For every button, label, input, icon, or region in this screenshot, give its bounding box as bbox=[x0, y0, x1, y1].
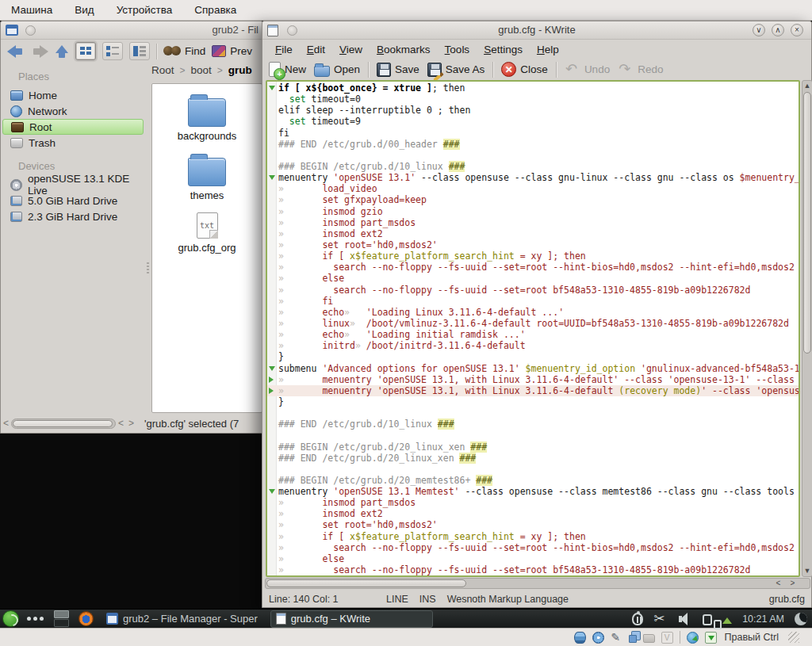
vbox-menu-item-Вид[interactable]: Вид bbox=[75, 4, 94, 16]
cd-icon[interactable] bbox=[592, 632, 604, 644]
syntax-language[interactable]: Wesnoth Markup Language bbox=[447, 594, 569, 605]
scroll-up-icon[interactable]: ▲ bbox=[802, 81, 812, 91]
hdd-icon[interactable] bbox=[574, 632, 586, 644]
details-view-button[interactable] bbox=[102, 42, 123, 60]
resize-grip[interactable] bbox=[788, 632, 799, 643]
horizontal-scrollbar[interactable]: < > bbox=[265, 578, 810, 589]
file-item-themes[interactable]: themes bbox=[188, 153, 226, 201]
scroll-down-icon[interactable]: ▼ bbox=[802, 566, 812, 576]
sidebar-item-network[interactable]: Network bbox=[2, 103, 144, 119]
up-button[interactable] bbox=[55, 45, 69, 58]
desktop-2[interactable] bbox=[54, 619, 69, 627]
open-button[interactable]: Open bbox=[314, 63, 360, 77]
file-item-backgrounds[interactable]: backgrounds bbox=[178, 94, 236, 142]
fm-titlebar[interactable]: grub2 - Fil bbox=[1, 21, 262, 40]
fold-marker-icon[interactable] bbox=[269, 175, 275, 180]
fold-marker-icon[interactable] bbox=[269, 388, 274, 394]
taskbar-task-kwrite[interactable]: grub.cfg – KWrite bbox=[270, 610, 433, 628]
minimize-button[interactable]: ∨ bbox=[753, 24, 765, 36]
scroll-left-icon[interactable]: < bbox=[116, 418, 126, 429]
network-icon[interactable] bbox=[687, 632, 699, 644]
maximize-button[interactable]: ∧ bbox=[772, 24, 784, 36]
editor-line: » set root='hd0,msdos2' bbox=[278, 239, 799, 250]
fold-marker-icon[interactable] bbox=[269, 377, 274, 383]
save-button[interactable]: Save bbox=[377, 62, 419, 77]
save-icon bbox=[377, 63, 391, 77]
vbox-menu-item-Справка[interactable]: Справка bbox=[194, 4, 236, 16]
vbox-menu-item-Машина[interactable]: Машина bbox=[11, 4, 52, 16]
sidebar-splitter[interactable] bbox=[145, 63, 151, 413]
tray-expander-icon[interactable] bbox=[722, 617, 732, 624]
fm-file-view[interactable]: backgroundsthemestxtgrub.cfg_org bbox=[151, 83, 262, 413]
menu-edit[interactable]: Edit bbox=[301, 42, 331, 57]
find-button[interactable]: Find bbox=[163, 45, 205, 57]
vertical-scrollbar-thumb[interactable] bbox=[803, 92, 811, 354]
scissors-icon[interactable] bbox=[653, 612, 668, 626]
menu-file[interactable]: File bbox=[269, 42, 299, 57]
horizontal-scrollbar-thumb[interactable] bbox=[266, 579, 466, 587]
new-button[interactable]: New bbox=[269, 62, 306, 77]
shared-folder-icon[interactable] bbox=[643, 634, 655, 643]
activities-icon[interactable] bbox=[27, 617, 48, 621]
display-icon[interactable] bbox=[629, 635, 637, 643]
preview-icon bbox=[212, 45, 226, 57]
application-launcher-icon[interactable] bbox=[2, 610, 19, 627]
kwrite-titlebar[interactable]: grub.cfg - KWrite ∨ ∧ × bbox=[262, 21, 811, 40]
icons-view-button[interactable] bbox=[75, 42, 96, 60]
selection-mode[interactable]: LINE bbox=[386, 594, 408, 605]
menu-settings[interactable]: Settings bbox=[477, 42, 529, 57]
scroll-left-icon[interactable]: < bbox=[1, 418, 11, 429]
forward-button[interactable] bbox=[31, 45, 48, 58]
firefox-icon[interactable] bbox=[79, 611, 94, 626]
device-notifier-icon[interactable] bbox=[703, 614, 712, 625]
breadcrumb-item-grub[interactable]: grub bbox=[228, 64, 252, 76]
sidebar-item-opensuse-13-1-kde-live[interactable]: openSUSE 13.1 KDE Live bbox=[2, 177, 144, 193]
taskbar-task-file-manager[interactable]: grub2 – File Manager - Super bbox=[102, 610, 262, 628]
sidebar-item-home[interactable]: Home bbox=[2, 87, 144, 103]
bug-icon[interactable] bbox=[632, 613, 643, 625]
menu-bookmarks[interactable]: Bookmarks bbox=[370, 42, 437, 57]
sidebar-item-trash[interactable]: Trash bbox=[2, 135, 144, 151]
close-button[interactable]: ✕Close bbox=[501, 62, 548, 77]
menu-view[interactable]: View bbox=[333, 42, 369, 57]
fold-marker-icon[interactable] bbox=[269, 366, 275, 371]
editor-line: if [ x${boot_once} = xtrue ]; then bbox=[278, 82, 799, 94]
columns-view-button[interactable] bbox=[129, 42, 150, 60]
breadcrumb-item-boot[interactable]: boot bbox=[191, 64, 212, 76]
pen-icon[interactable] bbox=[611, 632, 622, 644]
ic-root bbox=[11, 122, 24, 132]
clock[interactable]: 10:21 AM bbox=[742, 614, 784, 625]
desktop-1[interactable] bbox=[54, 610, 69, 618]
menu-tools[interactable]: Tools bbox=[439, 42, 477, 57]
breadcrumb-item-Root[interactable]: Root bbox=[151, 64, 174, 76]
host-key-label: Правый Ctrl bbox=[725, 632, 779, 643]
save-as-button[interactable]: Save As bbox=[427, 62, 485, 77]
video-capture-icon[interactable]: V bbox=[661, 632, 673, 644]
sidebar-item-2-3-gib-hard-drive[interactable]: 2.3 GiB Hard Drive bbox=[2, 208, 144, 224]
insert-mode[interactable]: INS bbox=[419, 594, 436, 605]
volume-icon[interactable] bbox=[678, 612, 692, 626]
vbox-menu-item-Устройства[interactable]: Устройства bbox=[117, 4, 173, 16]
close-button[interactable]: × bbox=[791, 24, 803, 36]
sidebar-item-root[interactable]: Root bbox=[2, 119, 144, 135]
scroll-right-icon[interactable]: > bbox=[126, 418, 136, 429]
file-manager-icon bbox=[6, 25, 18, 36]
scroll-right-icon[interactable]: > bbox=[787, 579, 799, 588]
moon-icon[interactable] bbox=[795, 613, 807, 625]
keyboard-capture-icon[interactable] bbox=[705, 632, 717, 644]
fm-window-menu-button[interactable] bbox=[25, 25, 36, 36]
fm-horizontal-scrollbar[interactable] bbox=[11, 419, 116, 429]
vertical-scrollbar[interactable]: ▲ ▼ bbox=[802, 80, 812, 577]
sidebar-item-label: 2.3 GiB Hard Drive bbox=[28, 211, 117, 223]
scroll-left-icon[interactable]: < bbox=[772, 579, 784, 588]
text-editor[interactable]: if [ x${boot_once} = xtrue ]; then set t… bbox=[266, 80, 800, 577]
desktop-pager[interactable] bbox=[54, 610, 69, 627]
editor-line: set timeout=9 bbox=[278, 116, 799, 127]
breadcrumb[interactable]: Root>boot>grub bbox=[151, 64, 252, 76]
menu-help[interactable]: Help bbox=[530, 42, 565, 57]
fold-marker-icon[interactable] bbox=[269, 489, 275, 494]
back-button[interactable] bbox=[7, 45, 25, 58]
file-item-grub.cfg_org[interactable]: txtgrub.cfg_org bbox=[178, 212, 236, 254]
preview-button[interactable]: Prev bbox=[212, 45, 252, 57]
fold-marker-icon[interactable] bbox=[269, 86, 275, 90]
